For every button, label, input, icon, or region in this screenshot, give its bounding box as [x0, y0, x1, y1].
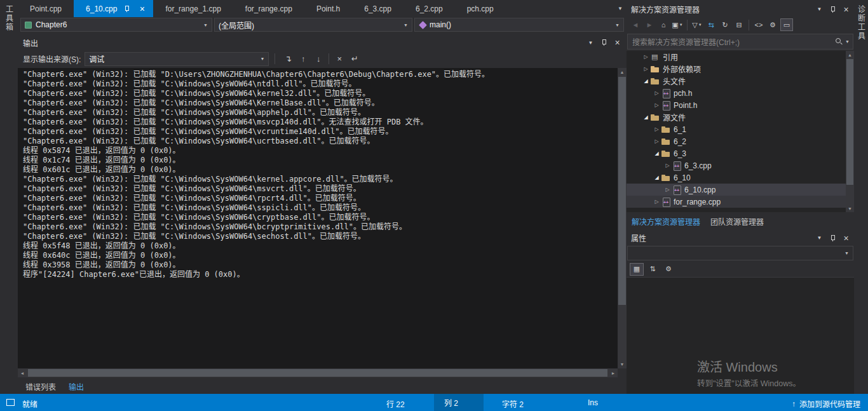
chevron-down-icon[interactable]: ▼: [845, 39, 850, 44]
output-vertical-scrollbar[interactable]: ▲ ▼: [618, 68, 627, 368]
close-icon[interactable]: ×: [841, 4, 851, 15]
tree-item[interactable]: ◢6_10: [627, 172, 846, 184]
scroll-down-icon[interactable]: ▼: [618, 360, 627, 368]
tree-item[interactable]: ▷pch.h: [627, 87, 846, 99]
pin-icon[interactable]: [121, 3, 132, 14]
expand-arrow-icon[interactable]: ▷: [653, 199, 661, 205]
view-code-icon[interactable]: <>: [752, 18, 765, 31]
tree-item[interactable]: ▷Point.h: [627, 99, 846, 111]
switch-views-icon[interactable]: ▣▼: [671, 18, 684, 31]
scope-dropdown-value: (全局范围): [219, 20, 254, 30]
collapse-arrow-icon[interactable]: ◢: [653, 175, 661, 180]
back-icon[interactable]: ◄: [629, 18, 642, 31]
pin-icon[interactable]: [827, 4, 838, 15]
scrollbar-thumb[interactable]: [846, 59, 853, 185]
toggle-word-wrap-icon[interactable]: ↵: [348, 52, 362, 66]
tab-list-dropdown-icon[interactable]: ▼: [614, 0, 627, 17]
goto-source-message-icon[interactable]: ↴: [281, 52, 295, 66]
scrollbar-thumb[interactable]: [618, 77, 626, 305]
window-position-icon[interactable]: ▼: [585, 37, 596, 48]
expand-arrow-icon[interactable]: ▷: [663, 187, 672, 192]
previous-message-icon[interactable]: ↑: [296, 52, 310, 66]
document-tab[interactable]: 6_10.cpp×: [74, 0, 153, 17]
refresh-icon[interactable]: ↻: [719, 18, 731, 31]
expand-arrow-icon[interactable]: ▷: [642, 54, 650, 60]
tree-item[interactable]: ◢源文件: [627, 111, 846, 123]
categorized-icon[interactable]: ▦: [630, 263, 644, 276]
tree-item[interactable]: ▷6_1: [627, 123, 846, 135]
project-dropdown[interactable]: Chapter6 ▼: [20, 18, 212, 32]
tree-item[interactable]: ▷6_10.cpp: [627, 184, 846, 196]
sync-with-active-document-icon[interactable]: ⇆: [705, 18, 717, 31]
document-tab[interactable]: Point.h: [304, 0, 352, 17]
close-icon[interactable]: ×: [841, 232, 851, 243]
pending-changes-filter-icon[interactable]: ▽▼: [691, 18, 703, 31]
tree-item[interactable]: ◢头文件: [627, 75, 846, 87]
collapse-all-icon[interactable]: ⊟: [733, 18, 745, 31]
alphabetical-sort-icon[interactable]: ⇅: [646, 263, 660, 276]
output-text[interactable]: "Chapter6.exe" (Win32): 已加载 "D:\Users\ZH…: [18, 68, 618, 368]
tree-item-label: 源文件: [663, 112, 686, 123]
scroll-left-icon[interactable]: ◄: [18, 368, 27, 377]
clear-all-output-icon[interactable]: ×: [332, 52, 346, 66]
expand-arrow-icon[interactable]: ▷: [653, 102, 661, 108]
preview-selected-items-icon[interactable]: ▭: [780, 18, 793, 31]
toolbox-side-tab[interactable]: 工具箱: [0, 0, 18, 394]
document-tab[interactable]: for_range.cpp: [233, 0, 304, 17]
scroll-up-icon[interactable]: ▲: [846, 51, 854, 58]
collapse-arrow-icon[interactable]: ◢: [653, 151, 661, 156]
scope-dropdown[interactable]: (全局范围) ▼: [214, 18, 412, 32]
expand-arrow-icon[interactable]: ▷: [653, 90, 661, 96]
tree-item[interactable]: ◢6_3: [627, 147, 846, 159]
tab-close-icon[interactable]: ×: [137, 3, 147, 14]
explorer-tab[interactable]: 团队资源管理器: [710, 216, 764, 229]
output-line: 线程 0x601c 已退出，返回值为 0 (0x0)。: [23, 165, 618, 175]
pin-icon[interactable]: [599, 37, 609, 48]
scroll-up-icon[interactable]: ▲: [618, 68, 627, 76]
document-tab[interactable]: Point.cpp: [18, 0, 74, 17]
explorer-tab[interactable]: 解决方案资源管理器: [632, 216, 700, 229]
properties-object-dropdown[interactable]: ▼: [627, 246, 853, 260]
tree-item[interactable]: ▷引用: [627, 51, 846, 63]
close-icon[interactable]: ×: [612, 37, 623, 48]
document-tab[interactable]: for_range_1.cpp: [153, 0, 233, 17]
panel-tab[interactable]: 错误列表: [20, 381, 61, 394]
collapse-arrow-icon[interactable]: ◢: [642, 114, 650, 120]
pin-icon[interactable]: [827, 232, 838, 243]
diagnostic-tools-side-tab[interactable]: 诊断工具: [854, 0, 868, 394]
output-source-dropdown[interactable]: 调试 ▼: [85, 52, 269, 66]
expand-arrow-icon[interactable]: ▷: [642, 66, 650, 72]
expand-arrow-icon[interactable]: ▷: [653, 138, 661, 144]
collapse-arrow-icon[interactable]: ◢: [642, 78, 650, 84]
property-pages-icon[interactable]: ⚙: [661, 263, 675, 276]
expand-arrow-icon[interactable]: ▷: [653, 126, 661, 132]
panel-tab[interactable]: 输出: [64, 381, 89, 394]
scroll-right-icon[interactable]: ►: [609, 368, 618, 377]
forward-icon[interactable]: ►: [643, 18, 656, 31]
folder-icon: [650, 64, 661, 74]
scrollbar-track[interactable]: [27, 368, 609, 377]
tree-item[interactable]: ▷外部依赖项: [627, 63, 846, 75]
properties-wrench-icon[interactable]: ⚙: [766, 18, 779, 31]
document-tab[interactable]: 6_3.cpp: [352, 0, 403, 17]
tree-item[interactable]: ▷6_2: [627, 135, 846, 147]
solution-search-input[interactable]: 搜索解决方案资源管理器(Ctrl+;) ▼: [627, 34, 853, 50]
window-position-icon[interactable]: ▼: [814, 232, 825, 243]
search-icon[interactable]: [835, 37, 843, 46]
add-to-source-control-button[interactable]: ↑ 添加到源代码管理: [792, 398, 860, 409]
expand-arrow-icon[interactable]: ▷: [663, 163, 672, 168]
document-tab[interactable]: 6_2.cpp: [403, 0, 455, 17]
home-icon[interactable]: ⌂: [657, 18, 670, 31]
member-dropdown[interactable]: main() ▼: [414, 18, 624, 32]
tree-item[interactable]: ▷for_range.cpp: [627, 196, 846, 208]
window-position-icon[interactable]: ▼: [814, 4, 825, 15]
next-message-icon[interactable]: ↓: [311, 52, 325, 66]
tree-item-label: 引用: [663, 51, 678, 62]
output-horizontal-scrollbar[interactable]: ◄ ►: [18, 368, 627, 377]
tree-vertical-scrollbar[interactable]: ▲ ▼: [846, 51, 854, 212]
status-notifications-icon[interactable]: [6, 399, 15, 406]
tree-item[interactable]: ▷6_3.cpp: [627, 159, 846, 172]
scroll-down-icon[interactable]: ▼: [846, 205, 854, 212]
scrollbar-thumb[interactable]: [28, 369, 607, 377]
document-tab[interactable]: pch.cpp: [455, 0, 506, 17]
